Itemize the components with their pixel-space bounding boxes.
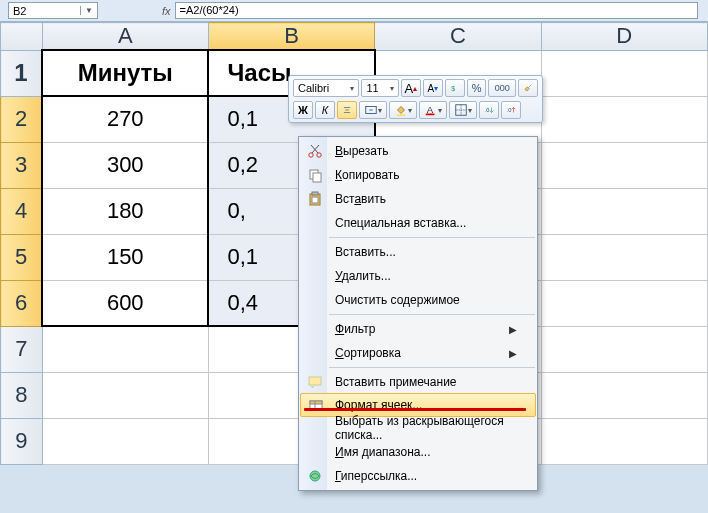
cell-a2[interactable]: 270 (42, 96, 208, 142)
menu-label-paste-special: Специальная вставка... (329, 216, 517, 230)
menu-item-copy[interactable]: Копировать (299, 163, 537, 187)
cell-d6[interactable] (541, 280, 707, 326)
name-box[interactable]: B2 ▼ (8, 2, 98, 19)
menu-item-sort[interactable]: Сортировка ▶ (299, 341, 537, 365)
cell-d4[interactable] (541, 188, 707, 234)
cell-d1[interactable] (541, 50, 707, 96)
cell-d3[interactable] (541, 142, 707, 188)
shrink-font-button[interactable]: A▾ (423, 79, 443, 97)
merge-icon (364, 103, 378, 117)
cell-d8[interactable] (541, 372, 707, 418)
svg-line-17 (312, 145, 319, 153)
comment-icon (307, 374, 323, 390)
cell-a7[interactable] (42, 326, 208, 372)
italic-button[interactable]: К (315, 101, 335, 119)
annotation-red-underline (304, 408, 526, 411)
percent-format-button[interactable]: % (467, 79, 487, 97)
menu-label-insert-comment: Вставить примечание (329, 375, 517, 389)
money-icon: $ (450, 81, 460, 95)
row-header-7[interactable]: 7 (1, 326, 43, 372)
fx-icon[interactable]: fx (162, 5, 171, 17)
menu-item-delete[interactable]: Удалить... (299, 264, 537, 288)
col-header-b[interactable]: B (208, 23, 374, 51)
increase-decimal-icon: .0 (484, 103, 494, 117)
menu-label-cut: Вырезать (329, 144, 517, 158)
menu-separator (329, 237, 535, 238)
row-header-5[interactable]: 5 (1, 234, 43, 280)
name-box-value: B2 (13, 5, 26, 17)
cell-a3[interactable]: 300 (42, 142, 208, 188)
row-header-8[interactable]: 8 (1, 372, 43, 418)
row-header-2[interactable]: 2 (1, 96, 43, 142)
row-header-4[interactable]: 4 (1, 188, 43, 234)
cell-d7[interactable] (541, 326, 707, 372)
paint-bucket-icon (394, 103, 408, 117)
svg-rect-20 (313, 173, 321, 182)
accounting-format-button[interactable]: $ (445, 79, 465, 97)
row-header-9[interactable]: 9 (1, 418, 43, 464)
name-box-dropdown-icon[interactable]: ▼ (80, 6, 93, 15)
dropdown-icon: ▾ (350, 84, 354, 93)
font-size-value: 11 (366, 82, 378, 94)
row-header-1[interactable]: 1 (1, 50, 43, 96)
svg-point-16 (317, 153, 321, 157)
select-all-corner[interactable] (1, 23, 43, 51)
fill-color-button[interactable]: ▾ (389, 101, 417, 119)
menu-item-name-range[interactable]: Имя диапазона... (299, 440, 537, 464)
menu-separator (329, 367, 535, 368)
cell-d9[interactable] (541, 418, 707, 464)
menu-item-paste-special[interactable]: Специальная вставка... (299, 211, 537, 235)
font-color-icon: A (424, 103, 438, 117)
cell-d2[interactable] (541, 96, 707, 142)
format-painter-button[interactable] (518, 79, 538, 97)
borders-button[interactable]: ▾ (449, 101, 477, 119)
cell-a8[interactable] (42, 372, 208, 418)
svg-text:.0: .0 (507, 107, 512, 113)
menu-item-pick-from-list[interactable]: Выбрать из раскрывающегося списка... (299, 416, 537, 440)
borders-icon (454, 103, 468, 117)
cell-a9[interactable] (42, 418, 208, 464)
svg-text:$: $ (451, 85, 455, 92)
formula-text: =A2/(60*24) (180, 4, 239, 16)
cell-d5[interactable] (541, 234, 707, 280)
cell-a5[interactable]: 150 (42, 234, 208, 280)
hyperlink-icon (307, 468, 323, 484)
menu-item-paste[interactable]: Вставить (299, 187, 537, 211)
cell-a4[interactable]: 180 (42, 188, 208, 234)
col-header-a[interactable]: A (42, 23, 208, 51)
font-size-select[interactable]: 11 ▾ (361, 79, 398, 97)
svg-rect-23 (312, 197, 318, 203)
cell-a1[interactable]: Минуты (42, 50, 208, 96)
menu-item-cut[interactable]: Вырезать (299, 139, 537, 163)
align-center-icon (342, 103, 352, 117)
bold-button[interactable]: Ж (293, 101, 313, 119)
menu-label-filter: Фильтр (329, 322, 509, 336)
menu-label-name-range: Имя диапазона... (329, 445, 517, 459)
cell-a6[interactable]: 600 (42, 280, 208, 326)
copy-icon (307, 167, 323, 183)
row-header-3[interactable]: 3 (1, 142, 43, 188)
menu-item-insert[interactable]: Вставить... (299, 240, 537, 264)
merge-center-button[interactable]: ▾ (359, 101, 387, 119)
menu-item-hyperlink[interactable]: Гиперссылка... (299, 464, 537, 488)
menu-label-paste: Вставить (329, 192, 517, 206)
formula-input[interactable]: =A2/(60*24) (175, 2, 698, 19)
svg-rect-24 (309, 377, 321, 385)
menu-item-filter[interactable]: Фильтр ▶ (299, 317, 537, 341)
col-header-c[interactable]: C (375, 23, 541, 51)
row-header-6[interactable]: 6 (1, 280, 43, 326)
decrease-decimal-button[interactable]: .0 (501, 101, 521, 119)
font-color-button[interactable]: A ▾ (419, 101, 447, 119)
svg-text:.0: .0 (485, 107, 490, 113)
comma-format-button[interactable]: 000 (488, 79, 516, 97)
align-center-button[interactable] (337, 101, 357, 119)
grow-font-button[interactable]: A▴ (401, 79, 421, 97)
menu-item-clear-contents[interactable]: Очистить содержимое (299, 288, 537, 312)
svg-rect-26 (310, 401, 322, 404)
font-name-select[interactable]: Calibri ▾ (293, 79, 359, 97)
svg-line-18 (311, 145, 318, 153)
menu-item-insert-comment[interactable]: Вставить примечание (299, 370, 537, 394)
scissors-icon (307, 143, 323, 159)
col-header-d[interactable]: D (541, 23, 707, 51)
increase-decimal-button[interactable]: .0 (479, 101, 499, 119)
